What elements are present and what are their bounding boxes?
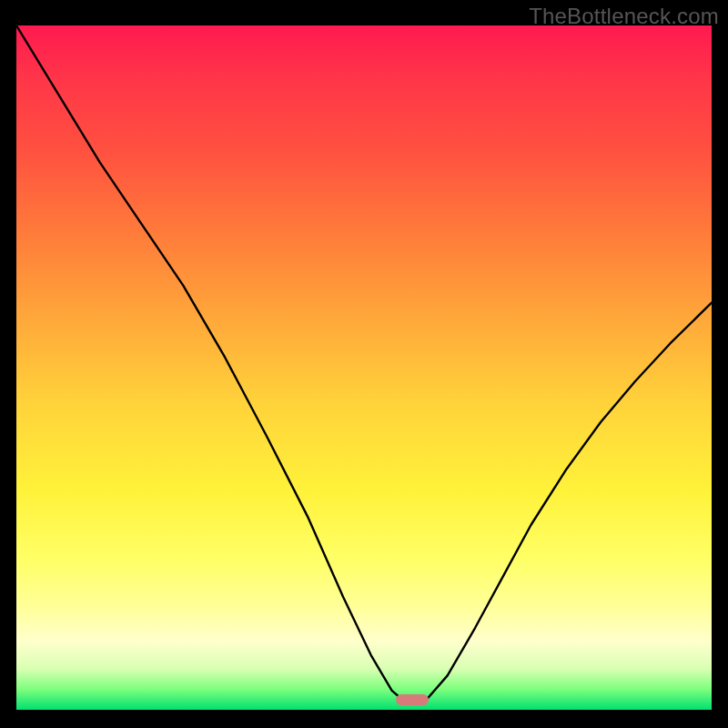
curve-path bbox=[16, 25, 712, 700]
minimum-marker bbox=[396, 694, 429, 705]
bottleneck-curve bbox=[16, 25, 712, 710]
plot-area bbox=[16, 25, 712, 710]
chart-stage: TheBottleneck.com bbox=[0, 0, 728, 728]
